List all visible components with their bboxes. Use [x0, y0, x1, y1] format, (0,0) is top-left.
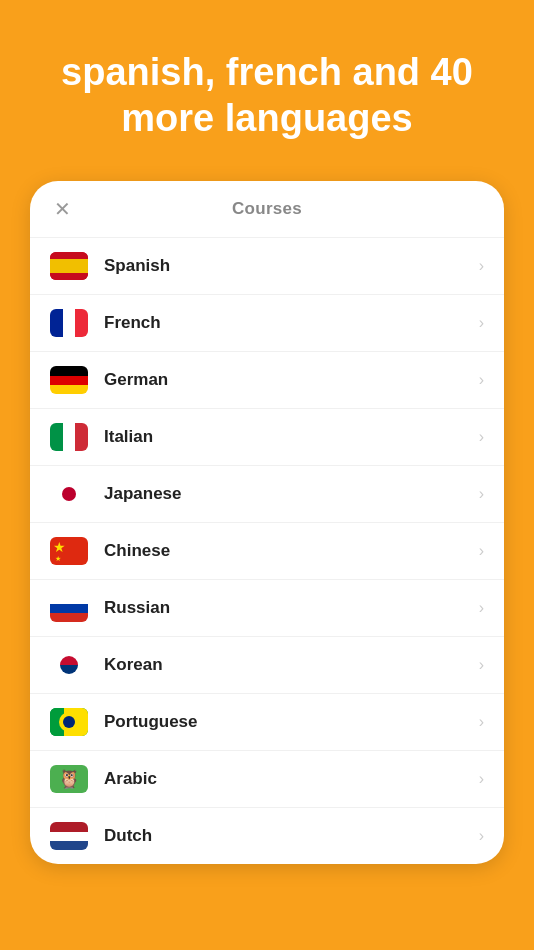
list-item[interactable]: Italian › [30, 409, 504, 466]
language-name-french: French [104, 313, 479, 333]
list-item[interactable]: Russian › [30, 580, 504, 637]
list-item[interactable]: Dutch › [30, 808, 504, 864]
list-item[interactable]: French › [30, 295, 504, 352]
language-list: Spanish › French › German › Italian › [30, 238, 504, 864]
language-name-spanish: Spanish [104, 256, 479, 276]
flag-korean [50, 651, 88, 679]
flag-portuguese [50, 708, 88, 736]
chevron-icon: › [479, 713, 484, 731]
chevron-icon: › [479, 542, 484, 560]
language-name-arabic: Arabic [104, 769, 479, 789]
chevron-icon: › [479, 656, 484, 674]
language-name-russian: Russian [104, 598, 479, 618]
language-name-italian: Italian [104, 427, 479, 447]
chevron-icon: › [479, 428, 484, 446]
flag-spanish [50, 252, 88, 280]
flag-italian [50, 423, 88, 451]
hero-title: spanish, french and 40 more languages [0, 0, 534, 171]
list-item[interactable]: Spanish › [30, 238, 504, 295]
list-item[interactable]: ★ ★ ★ ★ ★ Chinese › [30, 523, 504, 580]
flag-french [50, 309, 88, 337]
flag-chinese: ★ ★ ★ ★ ★ [50, 537, 88, 565]
list-item[interactable]: German › [30, 352, 504, 409]
chevron-icon: › [479, 371, 484, 389]
flag-russian [50, 594, 88, 622]
flag-german [50, 366, 88, 394]
language-name-korean: Korean [104, 655, 479, 675]
header-section: spanish, french and 40 more languages [0, 0, 534, 171]
language-name-german: German [104, 370, 479, 390]
courses-card: ✕ Courses Spanish › French › German › [30, 181, 504, 864]
list-item[interactable]: Korean › [30, 637, 504, 694]
language-name-chinese: Chinese [104, 541, 479, 561]
language-name-dutch: Dutch [104, 826, 479, 846]
chevron-icon: › [479, 599, 484, 617]
chevron-icon: › [479, 485, 484, 503]
list-item[interactable]: Portuguese › [30, 694, 504, 751]
language-name-portuguese: Portuguese [104, 712, 479, 732]
card-header: ✕ Courses [30, 181, 504, 238]
language-name-japanese: Japanese [104, 484, 479, 504]
chevron-icon: › [479, 257, 484, 275]
list-item[interactable]: 🦉 Arabic › [30, 751, 504, 808]
chevron-icon: › [479, 314, 484, 332]
chevron-icon: › [479, 770, 484, 788]
card-title: Courses [232, 199, 302, 219]
flag-dutch [50, 822, 88, 850]
list-item[interactable]: Japanese › [30, 466, 504, 523]
flag-japanese [50, 480, 88, 508]
flag-arabic: 🦉 [50, 765, 88, 793]
chevron-icon: › [479, 827, 484, 845]
close-icon[interactable]: ✕ [50, 197, 74, 221]
